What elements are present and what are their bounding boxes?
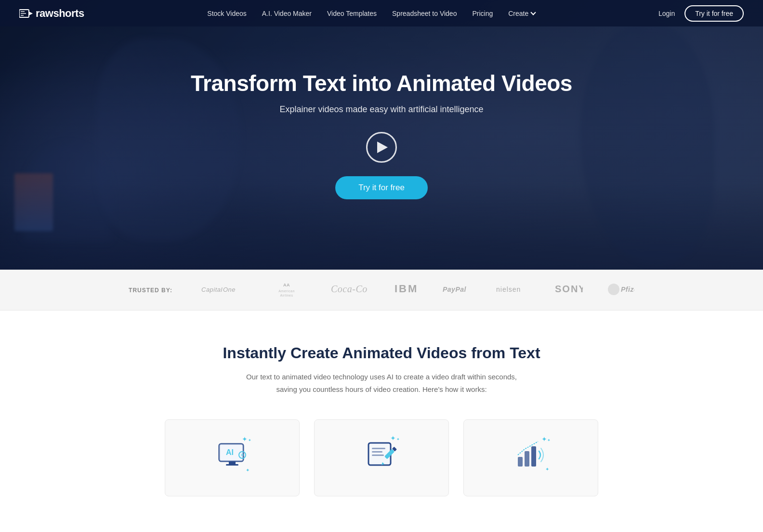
hero-subtitle: Explainer videos made easy with artifici… [191,104,572,115]
nav-item-spreadsheet-to-video[interactable]: Spreadsheet to Video [392,9,457,18]
publish-icon-area: ✦ ✦ ✦ [512,434,550,473]
logo-paypal: PayPal [441,282,470,298]
hero-section: Transform Text into Animated Videos Expl… [0,0,763,270]
logo-coca-cola: Coca-Cola [329,282,367,299]
svg-point-23 [241,454,244,456]
svg-text:IBM: IBM [395,283,416,295]
hero-cta-button[interactable]: Try it for free [335,176,428,199]
navbar: rawshorts Stock Videos A.I. Video Maker … [0,0,763,26]
nav-item-ai-video-maker[interactable]: A.I. Video Maker [262,9,312,18]
svg-rect-32 [525,451,529,467]
svg-rect-25 [372,448,385,449]
sparkle-edit-icon: ✦ [390,434,396,442]
feature-card-ai: ✦ ✦ ✦ AI [165,419,300,496]
svg-text:Coca-Cola: Coca-Cola [331,284,367,294]
svg-point-15 [608,284,619,295]
logo-icon [19,8,33,19]
svg-rect-2 [21,11,25,12]
nav-links: Stock Videos A.I. Video Maker Video Temp… [207,9,535,18]
chevron-down-icon [531,10,536,15]
svg-rect-27 [372,454,384,456]
play-triangle-icon [377,142,388,153]
logo-capital-one: Capital One [201,282,245,298]
ai-icon-area: ✦ ✦ ✦ AI [213,434,251,473]
sparkle-bottom-icon: ✦ [246,467,250,473]
svg-text:Pfizer: Pfizer [621,285,634,293]
section-description: Our text to animated video technology us… [237,371,526,395]
feature-card-publish: ✦ ✦ ✦ [463,419,598,496]
svg-text:AI: AI [226,448,234,456]
nav-item-stock-videos[interactable]: Stock Videos [207,9,246,18]
nav-item-pricing[interactable]: Pricing [472,9,493,18]
section-title: Instantly Create Animated Videos from Te… [19,344,744,362]
logo[interactable]: rawshorts [19,7,84,20]
svg-rect-19 [229,461,236,464]
svg-rect-3 [21,13,26,14]
hero-play-button[interactable] [366,132,397,163]
trusted-logos: Capital One AA American Airlines Coca-Co… [201,281,634,299]
svg-text:American: American [278,289,295,293]
svg-rect-26 [372,451,382,453]
svg-text:AA: AA [283,283,290,287]
feature-card-edit: ✦ ✦ [314,419,449,496]
logo-text: rawshorts [36,7,84,20]
svg-text:SONY: SONY [555,284,583,294]
logo-sony: SONY [554,282,583,298]
feature-cards-row: ✦ ✦ ✦ AI [19,419,744,496]
trusted-by-strip: TRUSTED BY: Capital One AA American Airl… [0,270,763,311]
logo-american-airlines: AA American Airlines [270,281,303,299]
svg-text:nielsen: nielsen [496,285,521,293]
logo-ibm: IBM [392,282,416,298]
nav-right: Login Try it for free [658,5,744,22]
svg-rect-33 [531,446,536,467]
sparkle-publish-bottom-icon: ✦ [545,467,549,472]
try-it-free-button[interactable]: Try it for free [684,5,744,22]
svg-text:Airlines: Airlines [280,294,293,297]
svg-rect-31 [518,457,523,467]
edit-icon-area: ✦ ✦ [362,434,401,473]
trusted-by-label: TRUSTED BY: [129,287,172,294]
svg-text:Capital: Capital [201,286,223,293]
sparkle-publish-small-icon: ✦ [547,438,551,442]
logo-pfizer: Pfizer [608,282,634,298]
svg-marker-1 [29,12,33,15]
edit-svg-icon [366,438,397,469]
sparkle-publish-icon: ✦ [541,435,547,443]
svg-text:One: One [223,286,236,293]
sparkle-icon: ✦ [242,435,248,443]
nav-item-video-templates[interactable]: Video Templates [327,9,377,18]
login-link[interactable]: Login [658,10,675,17]
svg-rect-20 [226,464,238,466]
hero-content: Transform Text into Animated Videos Expl… [181,70,582,199]
animated-videos-section: Instantly Create Animated Videos from Te… [0,311,763,516]
nav-item-create[interactable]: Create [508,10,535,17]
svg-rect-4 [21,15,24,16]
sparkle-edit-small-icon: ✦ [396,437,400,441]
hero-title: Transform Text into Animated Videos [191,70,572,97]
logo-nielsen: nielsen [495,282,529,298]
svg-text:PayPal: PayPal [443,285,467,293]
sparkle-small-icon: ✦ [248,438,251,442]
